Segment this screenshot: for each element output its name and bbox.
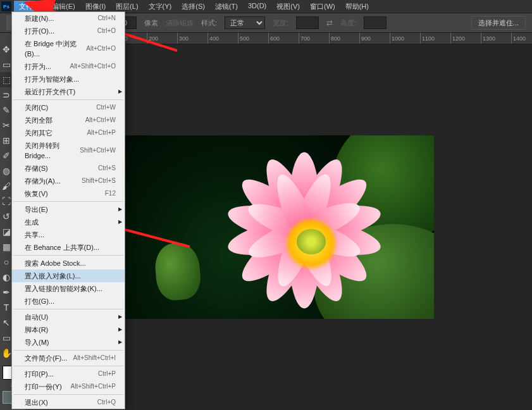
style-select[interactable]: 正常 <box>225 16 265 29</box>
file-menu: 新建(N)...Ctrl+N打开(O)...Ctrl+O在 Bridge 中浏览… <box>11 11 125 409</box>
shape-tool[interactable]: ▭ <box>0 330 13 345</box>
dodge-tool[interactable]: ◐ <box>0 270 13 285</box>
menu-item[interactable]: 打印一份(Y)Alt+Shift+Ctrl+P <box>12 380 125 393</box>
menu-item[interactable]: 关闭(C)Ctrl+W <box>12 101 125 114</box>
path-tool[interactable]: ↖ <box>0 315 13 330</box>
lasso-tool[interactable]: ⊃ <box>0 87 13 102</box>
antialias-label: 清除锯齿 <box>166 18 194 28</box>
eraser-tool[interactable]: ◪ <box>0 224 13 239</box>
menu-item[interactable]: 打开(O)...Ctrl+O <box>12 25 125 37</box>
pen-tool[interactable]: ✒ <box>0 285 13 300</box>
swap-wh-icon[interactable]: ⇄ <box>326 18 333 27</box>
menu-item[interactable]: 新建(N)...Ctrl+N <box>12 12 125 25</box>
select-and-mask-button[interactable]: 选择并遮住... <box>471 16 526 30</box>
menu-item[interactable]: 打印(P)...Ctrl+P <box>12 368 125 380</box>
menu-item[interactable]: 退出(X)Ctrl+Q <box>12 396 125 409</box>
menu-item[interactable]: 搜索 Adobe Stock... <box>12 257 125 270</box>
ruler-tick: 900 <box>359 33 371 44</box>
hand-tool[interactable]: ✋ <box>0 345 13 361</box>
ruler-tick: 300 <box>177 33 189 44</box>
ruler-tick: 1300 <box>481 33 495 44</box>
menubar-item[interactable]: 选择(S) <box>176 1 210 13</box>
gradient-tool[interactable]: ▦ <box>0 239 13 254</box>
menu-item[interactable]: 最近打开文件(T)▶ <box>12 85 125 98</box>
healing-tool[interactable]: ◍ <box>0 163 13 178</box>
menu-item[interactable]: 导出(E)▶ <box>12 203 125 216</box>
height-input <box>364 16 387 29</box>
menu-item[interactable]: 关闭全部Alt+Ctrl+W <box>12 114 125 127</box>
document-canvas[interactable] <box>124 135 434 319</box>
menu-item[interactable]: 关闭其它Alt+Ctrl+P <box>12 127 125 139</box>
width-input <box>296 16 319 29</box>
stamp-tool[interactable]: ⛶ <box>0 194 13 209</box>
ruler-tick: 1200 <box>450 33 465 44</box>
menu-item[interactable]: 在 Behance 上共享(D)... <box>12 241 125 254</box>
history-brush-tool[interactable]: ↺ <box>0 209 13 224</box>
menu-item[interactable]: 打包(G)... <box>12 295 125 308</box>
unit-label: 像素 <box>144 18 158 28</box>
menu-item[interactable]: 脚本(R)▶ <box>12 323 125 336</box>
menubar-item[interactable]: 视图(V) <box>271 1 305 13</box>
quick-select-tool[interactable]: ✎ <box>0 102 13 118</box>
menu-item[interactable]: 打开为智能对象... <box>12 73 125 85</box>
menubar-item[interactable]: 文件(F) <box>14 1 47 13</box>
ruler-tick: 800 <box>329 33 340 44</box>
blur-tool[interactable]: ○ <box>0 254 13 270</box>
ruler-tick: 600 <box>268 33 280 44</box>
width-label: 宽度: <box>273 18 288 28</box>
menu-item[interactable]: 导入(M)▶ <box>12 336 125 349</box>
menu-item[interactable]: 自动(U)▶ <box>12 311 125 323</box>
ruler-tick: 500 <box>238 33 249 44</box>
menubar-item[interactable]: 图层(L) <box>111 1 143 13</box>
move-tool[interactable]: ✥ <box>0 42 13 57</box>
style-label: 样式: <box>201 18 217 28</box>
height-label: 高度: <box>340 18 356 28</box>
menu-item[interactable]: 生成▶ <box>12 216 125 228</box>
marquee-tool[interactable]: ⬚ <box>0 72 13 87</box>
menubar-item[interactable]: 帮助(H) <box>340 1 374 13</box>
menu-item[interactable]: 置入嵌入对象(L)... <box>12 270 125 282</box>
menu-item[interactable]: 打开为...Alt+Shift+Ctrl+O <box>12 60 125 73</box>
brush-tool[interactable]: 🖌 <box>0 178 13 194</box>
ruler-tick: 1400 <box>511 33 526 44</box>
menu-item[interactable]: 存储为(A)...Shift+Ctrl+S <box>12 175 125 187</box>
app-logo: Ps <box>1 1 11 11</box>
menubar-item[interactable]: 窗口(W) <box>305 1 340 13</box>
crop-tool[interactable]: ✂ <box>0 118 13 133</box>
menu-item[interactable]: 存储(S)Ctrl+S <box>12 162 125 175</box>
ruler-tick: 1100 <box>420 33 435 44</box>
menu-item[interactable]: 置入链接的智能对象(K)... <box>12 282 125 295</box>
ruler-tick: 200 <box>147 33 158 44</box>
ruler-tick: 1000 <box>390 33 404 44</box>
frame-tool[interactable]: ⊞ <box>0 133 13 148</box>
menubar-item[interactable]: 文字(Y) <box>144 1 177 13</box>
ruler-tick: 700 <box>299 33 310 44</box>
ruler-tick: 400 <box>207 33 219 44</box>
menubar: Ps 文件(F)编辑(E)图像(I)图层(L)文字(Y)选择(S)滤镜(T)3D… <box>0 0 532 13</box>
menubar-item[interactable]: 图像(I) <box>80 1 111 13</box>
menu-item[interactable]: 在 Bridge 中浏览(B)...Alt+Ctrl+O <box>12 37 125 60</box>
type-tool[interactable]: T <box>0 300 13 315</box>
eyedropper-tool[interactable]: ✐ <box>0 148 13 163</box>
menubar-item[interactable]: 3D(D) <box>243 1 271 13</box>
menu-item[interactable]: 恢复(V)F12 <box>12 187 125 200</box>
menu-item[interactable]: 文件简介(F)...Alt+Shift+Ctrl+I <box>12 352 125 364</box>
menubar-item[interactable]: 滤镜(T) <box>210 1 243 13</box>
menu-item[interactable]: 共享... <box>12 228 125 241</box>
menu-item[interactable]: 关闭并转到 Bridge...Shift+Ctrl+W <box>12 139 125 162</box>
artboard-tool[interactable]: ▭ <box>0 57 13 72</box>
menubar-item[interactable]: 编辑(E) <box>47 1 80 13</box>
